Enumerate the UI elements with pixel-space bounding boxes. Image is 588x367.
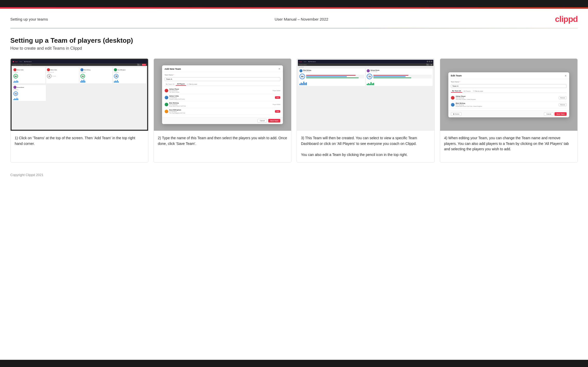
modal-close-icon: ✕ (278, 67, 280, 70)
player-info: Adrian Player Plus Handicap The Shire Lo… (169, 88, 272, 93)
step-card-4: Edit Team ✕ Team Name * My Team (2) All … (440, 58, 578, 163)
player-item: Adrian Player Plus Handicap The Shire Lo… (451, 94, 567, 101)
step-4-screenshot: Edit Team ✕ Team Name * My Team (2) All … (440, 59, 578, 131)
step-1-screenshot: clippd Home My Performance Finding 5 out… (11, 59, 148, 131)
page-title: Setting up a Team of players (desktop) (10, 37, 578, 45)
bottom-bar (0, 360, 588, 367)
header-document-title: User Manual – November 2022 (275, 17, 328, 21)
player-avatar (165, 89, 168, 92)
player-avatar (451, 103, 455, 107)
step-3-screenshot: clippd Home My Performance Finding 2 pla… (297, 59, 434, 131)
step-card-2: Add New Team ✕ Team Name * My Team (2) A… (154, 58, 292, 163)
player-avatar (451, 96, 455, 100)
save-team-button[interactable]: Save Team (555, 112, 567, 116)
header-section-label: Setting up your teams (10, 17, 48, 21)
player-info: Dave Billingham 3.5 Handicap The Dog Mag… (169, 109, 274, 114)
save-team-button[interactable]: Save Team (268, 119, 280, 123)
player-avatar (165, 110, 168, 113)
player-info: Adrian Colba 1.5 Handicap Central London… (169, 95, 274, 100)
player-info: Blair McHarg Plus Handicap Royal North D… (169, 102, 272, 107)
add-team-modal-title: Add New Team (165, 68, 181, 70)
step-4-text: 4) When editing your Team, you can chang… (440, 131, 578, 162)
step-2-text: 2) Type the name of this Team and then s… (154, 131, 291, 162)
player-info: Blair McHarg Plus Handicap Royal North D… (456, 102, 558, 107)
cancel-button[interactable]: Cancel (257, 119, 267, 123)
cancel-button[interactable]: Cancel (544, 112, 553, 116)
player-item: Blair McHarg Plus Handicap Royal North D… (451, 101, 567, 108)
player-avatar (165, 96, 168, 99)
step-card-3: clippd Home My Performance Finding 2 pla… (297, 58, 435, 163)
top-bar (0, 0, 588, 7)
player-info: Adrian Player Plus Handicap The Shire Lo… (456, 95, 558, 100)
player-avatar (165, 103, 168, 106)
copyright-text: Copyright Clippd 2021 (10, 173, 44, 177)
page-footer: Copyright Clippd 2021 (0, 168, 588, 182)
edit-team-modal-title: Edit Team (451, 74, 462, 77)
add-player-button[interactable]: Add (275, 110, 280, 113)
clippd-logo: clippd (555, 14, 578, 24)
modal-close-icon: ✕ (565, 74, 567, 77)
main-content: Setting up a Team of players (desktop) H… (0, 28, 588, 168)
team-name-input[interactable] (165, 77, 280, 81)
step-1-text: 1) Click on 'Teams' at the top of the sc… (11, 131, 148, 162)
player-added-badge: Player Added (273, 90, 280, 91)
delete-team-button[interactable]: 🗑 Delete (451, 112, 461, 116)
remove-player-button[interactable]: Remove (559, 96, 567, 99)
my-team-tab[interactable]: My Team (2) (165, 83, 176, 85)
player-item: Adrian Colba 1.5 Handicap Central London… (165, 94, 280, 101)
page-header: Setting up your teams User Manual – Nove… (0, 9, 588, 28)
edit-team-name-input[interactable] (451, 84, 567, 88)
remove-player-button[interactable]: Remove (559, 103, 567, 106)
add-player-button[interactable]: Add (275, 96, 280, 99)
team-name-label: Team Name * (165, 74, 280, 76)
step-2-screenshot: Add New Team ✕ Team Name * My Team (2) A… (154, 59, 291, 131)
steps-grid: clippd Home My Performance Finding 5 out… (10, 58, 578, 163)
all-players-tab[interactable]: All Players (176, 83, 186, 86)
page-subtitle: How to create and edit Teams in Clippd (10, 46, 578, 51)
player-added-badge: Player Added (273, 104, 280, 105)
step-3-text: 3) This Team will then be created. You c… (297, 131, 434, 162)
player-item: Dave Billingham 3.5 Handicap The Dog Mag… (165, 108, 280, 115)
step-card-1: clippd Home My Performance Finding 5 out… (10, 58, 148, 163)
player-item: Blair McHarg Plus Handicap Royal North D… (165, 101, 280, 108)
trash-icon: 🗑 (453, 113, 455, 115)
player-item: Adrian Player Plus Handicap The Shire Lo… (165, 87, 280, 94)
